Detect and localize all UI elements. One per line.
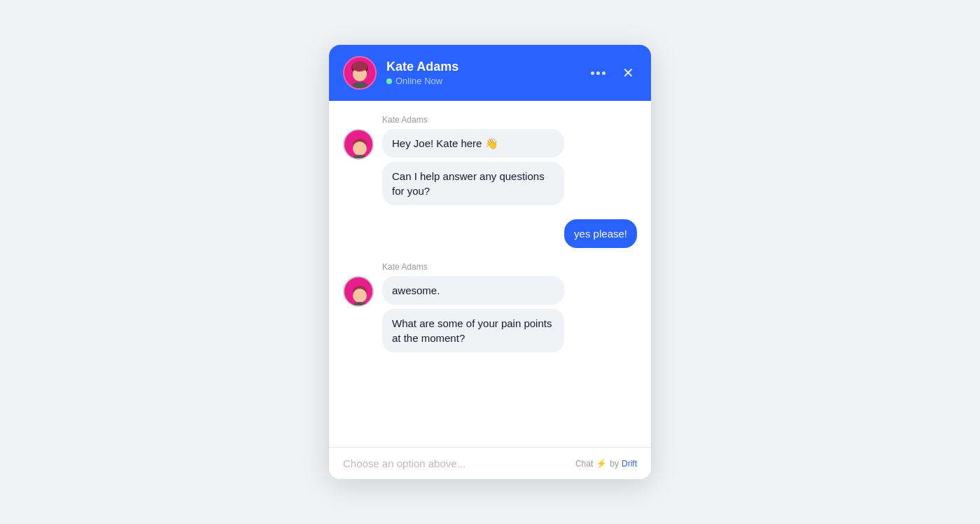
header-info: Kate Adams Online Now bbox=[386, 60, 578, 86]
status-text: Online Now bbox=[396, 76, 442, 86]
message-avatar-2 bbox=[343, 276, 374, 307]
agent-status: Online Now bbox=[386, 76, 578, 86]
user-message-row: yes please! bbox=[343, 219, 637, 248]
bubble-2-1: awesome. bbox=[382, 276, 564, 305]
drift-branding: Chat ⚡ by Drift bbox=[575, 458, 637, 469]
message-avatar-1 bbox=[343, 129, 374, 160]
svg-point-11 bbox=[353, 289, 367, 303]
message-group-1: Kate Adams Hey Joe! Kate here 👋 Can I he… bbox=[343, 115, 637, 205]
lightning-icon: ⚡ bbox=[596, 458, 607, 469]
bubble-1-2: Can I help answer any questions for you? bbox=[382, 162, 564, 205]
svg-point-7 bbox=[353, 142, 367, 156]
branding-chat-text: Chat bbox=[575, 459, 593, 469]
dot1 bbox=[591, 71, 594, 75]
sender-name-2: Kate Adams bbox=[343, 262, 637, 272]
chat-widget: Kate Adams Online Now ✕ Kate Adams bbox=[329, 45, 651, 479]
more-options-button[interactable] bbox=[588, 69, 608, 78]
chat-footer: Choose an option above... Chat ⚡ by Drif… bbox=[329, 447, 651, 479]
sender-name-1: Kate Adams bbox=[343, 115, 637, 125]
messages-content-1: Hey Joe! Kate here 👋 Can I help answer a… bbox=[382, 129, 564, 205]
dot2 bbox=[596, 71, 600, 75]
svg-point-3 bbox=[352, 62, 368, 72]
bubble-1-1: Hey Joe! Kate here 👋 bbox=[382, 129, 564, 158]
close-button[interactable]: ✕ bbox=[620, 63, 637, 83]
dot3 bbox=[602, 71, 606, 75]
chat-header: Kate Adams Online Now ✕ bbox=[329, 45, 651, 101]
agent-avatar bbox=[343, 56, 377, 90]
messages-content-2: awesome. What are some of your pain poin… bbox=[382, 276, 564, 352]
status-dot bbox=[386, 78, 392, 84]
drift-link[interactable]: Drift bbox=[622, 459, 637, 469]
user-bubble: yes please! bbox=[564, 219, 637, 248]
branding-by-text: by bbox=[610, 459, 619, 469]
header-actions: ✕ bbox=[588, 63, 637, 83]
chat-input-placeholder: Choose an option above... bbox=[343, 457, 465, 469]
agent-name: Kate Adams bbox=[386, 60, 578, 74]
message-group-2: Kate Adams awesome. What are some of you… bbox=[343, 262, 637, 352]
bubble-2-2: What are some of your pain points at the… bbox=[382, 309, 564, 352]
chat-messages: Kate Adams Hey Joe! Kate here 👋 Can I he… bbox=[329, 101, 651, 447]
